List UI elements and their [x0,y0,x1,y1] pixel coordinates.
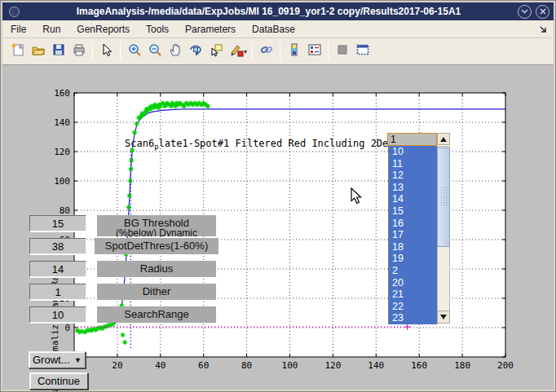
zoom-out-button[interactable] [144,42,165,62]
spotdetthres-label: SpotDetThres(1-60%) [95,238,218,254]
data-cursor-button[interactable] [205,42,226,62]
spot-option-13[interactable]: 13 [389,182,437,194]
spot-option-20[interactable]: 20 [389,277,437,289]
colorbar-icon [287,42,302,60]
zoom-in-icon [127,42,142,60]
open-file-button[interactable] [28,42,48,62]
brush-icon [229,42,244,60]
edit-pointer-icon [99,42,114,60]
x-tick-label: 20 [112,360,122,371]
scrollbar-up-button[interactable] [437,133,450,145]
pan-icon [168,42,183,60]
growth-dropdown-button[interactable]: Growt... ▼ [29,351,86,368]
data-cursor-icon [209,42,223,60]
legend-button[interactable] [304,42,324,62]
menu-tools[interactable]: Tools [138,21,177,37]
growth-dropdown-label: Growt... [33,354,70,366]
menubar-grip-icon[interactable] [539,22,547,37]
spot-option-10[interactable]: 10 [389,146,437,158]
toolbar-separator [92,42,93,60]
window-menu-icon[interactable] [9,7,20,17]
x-tick-label: 100 [282,360,298,371]
zoom-in-button[interactable] [124,42,144,62]
spot-option-19[interactable]: 19 [389,253,437,265]
chevron-down-icon[interactable]: ▾ [244,48,247,55]
searchrange-input[interactable] [29,306,86,323]
print-button[interactable] [68,42,89,62]
zoom-out-icon [148,42,162,60]
scrollbar-thumb[interactable] [437,148,450,247]
continue-label: Continue [38,375,80,387]
pan-button[interactable] [165,42,185,62]
new-figure-icon [11,42,25,60]
print-icon [72,42,86,60]
spot-option-21[interactable]: 21 [389,288,437,301]
continue-button[interactable]: Continue [29,372,88,390]
x-tick-label: 40 [155,360,165,371]
spot-option-17[interactable]: 17 [389,229,437,241]
figure-canvas: 0204060801001201401601802001601401201008… [2,65,554,390]
link-plot-button[interactable] [256,42,276,62]
spot-selector-value[interactable]: 1 [387,133,437,146]
menu-run[interactable]: Run [34,21,68,37]
shade-window-button[interactable] [518,5,532,19]
radius-label: Radius [97,261,216,277]
spot-option-14[interactable]: 14 [389,193,437,205]
new-figure-button[interactable] [7,42,28,62]
rotate-3d-icon [188,42,203,60]
menu-database[interactable]: DataBase [244,21,303,37]
x-tick-label: 80 [241,360,252,371]
plottools-hide-button[interactable] [332,42,352,62]
toolbar-separator [252,42,253,60]
spotdetthres-input[interactable] [29,238,86,254]
spot-option-12[interactable]: 12 [389,170,437,182]
plot-title: Scan6plate1-Spot#1 Filtered Red Includin… [125,138,424,151]
y-tick-label: 0 [64,323,70,333]
spot-option-16[interactable]: 16 [389,218,437,230]
title-bar[interactable]: ImageAnalysis-/media/data/ExpJobs/MI 16_… [2,2,554,20]
chevron-down-icon [521,9,528,14]
edit-pointer-button[interactable] [96,42,117,62]
spot-option-22[interactable]: 22 [389,301,437,313]
save-figure-button[interactable] [48,42,68,62]
colorbar-button[interactable] [284,42,304,62]
x-tick-label: 120 [324,360,341,371]
bg-threshold-input[interactable] [29,215,86,231]
radius-input[interactable] [29,261,86,277]
x-tick-label: 200 [497,360,514,371]
menu-genreports[interactable]: GenReports [68,21,138,37]
save-figure-icon [51,42,66,60]
app-window: ImageAnalysis-/media/data/ExpJobs/MI 16_… [0,0,556,392]
spot-option-18[interactable]: 18 [389,241,437,253]
mouse-cursor-icon [351,187,362,205]
spot-option-15[interactable]: 15 [389,205,437,218]
rotate-3d-button[interactable] [185,42,205,62]
close-icon [540,8,546,15]
spot-option-11[interactable]: 11 [389,158,437,170]
x-tick-label: 160 [411,360,427,371]
figure-toolbar: ▾ [2,38,554,65]
plottools-hide-icon [335,42,350,60]
menu-parameters[interactable]: Parameters [177,21,244,37]
spot-option-2[interactable]: 2 [389,265,437,277]
y-tick-label: 140 [54,117,70,128]
plottools-show-button[interactable] [352,42,373,62]
spot-selector-list: 10111213141516171819220212223 [388,146,437,324]
spot-option-23[interactable]: 23 [389,312,437,324]
toolbar-separator [328,42,329,60]
window-title: ImageAnalysis-/media/data/ExpJobs/MI 16_… [20,6,518,17]
y-tick-label: 120 [54,147,70,157]
x-tick-label: 140 [368,360,384,371]
y-tick-label: 160 [54,88,70,99]
data-point-marker [122,340,127,345]
menu-file[interactable]: File [2,21,34,37]
scrollbar-down-button[interactable] [437,311,450,324]
menu-bar: FileRunGenReportsToolsParametersDataBase [2,20,554,38]
legend-icon [307,42,322,60]
dither-input[interactable] [29,284,86,300]
close-window-button[interactable] [536,5,549,19]
toolbar-separator [280,42,280,60]
bg-threshold-label: BG Threshold (%below) Dynamic [97,215,216,236]
open-file-icon [31,42,46,60]
x-tick-label: 180 [454,360,470,371]
